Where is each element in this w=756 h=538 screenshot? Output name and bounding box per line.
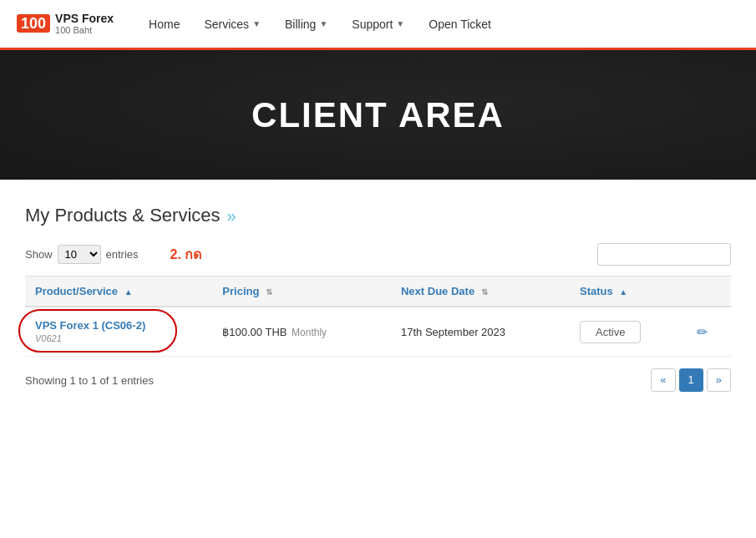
product-cell-wrapper: VPS Forex 1 (CS06-2) V0621 [35,319,145,344]
pricing-cell: ฿100.00 THB Monthly [212,307,391,357]
col-actions [687,277,731,307]
due-date-cell: 17th September 2023 [391,307,570,357]
nav-home[interactable]: Home [139,11,190,38]
entries-select[interactable]: 10 25 50 100 [58,245,101,264]
logo[interactable]: 100 VPS Forex 100 Baht [17,12,114,37]
services-table: Product/Service ▲ Pricing ⇅ Next Due Dat… [25,276,731,357]
nav-services[interactable]: Services ▼ [194,11,271,38]
hero-banner: CLIENT AREA [0,50,756,180]
nav-links: Home Services ▼ Billing ▼ Support ▼ Open… [139,11,501,38]
logo-subtitle: 100 Baht [55,25,114,36]
prev-page-button[interactable]: « [651,368,675,392]
status-badge: Active [580,321,641,343]
col-pricing[interactable]: Pricing ⇅ [212,277,391,307]
main-content: My Products & Services » Show 10 25 50 1… [0,180,756,425]
search-input[interactable] [597,243,731,266]
table-body: VPS Forex 1 (CS06-2) V0621 ฿100.00 THB M… [25,307,731,357]
col-next-due[interactable]: Next Due Date ⇅ [391,277,570,307]
pagination: « 1 » [651,368,731,392]
due-date-value: 17th September 2023 [401,326,505,338]
annotation-label: 2. กด [170,244,202,265]
search-box [597,243,731,266]
nav-support[interactable]: Support ▼ [342,11,414,38]
product-name-link[interactable]: VPS Forex 1 (CS06-2) [35,319,145,332]
logo-number: 100 [17,14,50,33]
show-entries-label: Show 10 25 50 100 entries [25,245,139,264]
nav-open-ticket[interactable]: Open Ticket [419,11,501,38]
logo-title: VPS Forex [55,12,114,26]
table-row: VPS Forex 1 (CS06-2) V0621 ฿100.00 THB M… [25,307,731,357]
hero-title: CLIENT AREA [251,95,505,135]
pricing-freq: Monthly [292,327,327,338]
nav-billing[interactable]: Billing ▼ [275,11,337,38]
col-status[interactable]: Status ▲ [570,277,687,307]
product-cell: VPS Forex 1 (CS06-2) V0621 [25,307,212,357]
section-title: My Products & Services » [25,205,731,226]
pricing-amount: ฿100.00 THB [222,326,287,338]
table-footer: Showing 1 to 1 of 1 entries « 1 » [25,368,731,392]
status-cell: Active [570,307,687,357]
current-page-button[interactable]: 1 [679,368,703,392]
col-product[interactable]: Product/Service ▲ [25,277,212,307]
navbar: 100 VPS Forex 100 Baht Home Services ▼ B… [0,0,756,50]
table-header: Product/Service ▲ Pricing ⇅ Next Due Dat… [25,277,731,307]
table-controls: Show 10 25 50 100 entries 2. กด [25,243,731,266]
product-id: V0621 [35,333,62,343]
edit-cell: ✏ [687,307,731,357]
next-page-button[interactable]: » [707,368,731,392]
showing-label: Showing 1 to 1 of 1 entries [25,374,154,387]
edit-icon[interactable]: ✏ [697,325,708,339]
section-arrow: » [227,206,236,226]
